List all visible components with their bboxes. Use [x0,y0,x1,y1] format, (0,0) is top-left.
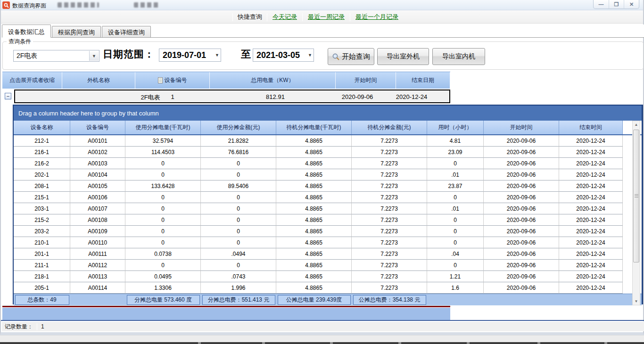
table-cell: .0743 [201,271,276,282]
quick-query-link[interactable]: 今天记录 [271,13,299,21]
footer-cell [484,294,559,306]
date-to-picker[interactable]: 2021-03-05 ▼ [253,49,314,62]
detail-column-header[interactable]: 结束时间 [559,121,623,134]
table-cell: 0 [427,192,484,203]
restore-button[interactable]: ❐ [609,0,624,8]
minimize-button[interactable]: — [594,0,609,8]
table-row[interactable]: 208-1A00105133.642889.54064.88657.227323… [14,180,642,192]
table-cell: .01 [427,203,484,214]
table-row[interactable]: 210-1A00110004.88657.227302020-09-062020… [14,237,642,248]
table-cell: 4.8865 [276,158,352,169]
table-cell: 2020-12-24 [559,226,623,237]
table-row[interactable]: 215-2A00108004.88657.227302020-09-062020… [14,214,642,226]
table-row[interactable]: 216-1A00102114.450376.68164.88657.227323… [14,147,642,158]
scroll-down-icon[interactable]: ▼ [633,298,640,305]
tab-设备数据汇总[interactable]: 设备数据汇总 [2,25,51,38]
table-cell: 203-2 [14,226,70,237]
table-row[interactable]: 218-1A001130.0495.07434.88657.22731.2120… [14,271,642,282]
chevron-down-icon[interactable]: ▼ [308,53,312,57]
detail-column-header[interactable]: 待机分摊电量(千瓦时) [276,121,352,134]
export-indoor-button[interactable]: 导出室内机 [432,48,485,65]
table-cell: 215-2 [14,214,70,226]
table-row[interactable]: 205-1A001141.33061.9964.88657.22731.6202… [14,282,642,294]
table-cell: 4.81 [427,135,484,147]
table-cell: 1.6 [427,282,484,294]
date-range-label: 日期范围： [103,48,155,61]
table-cell: 2020-12-24 [559,282,623,294]
tab-设备详细查询[interactable]: 设备详细查询 [102,26,151,38]
master-column-header[interactable]: 结束日期 [396,72,450,89]
detail-column-header[interactable]: 使用分摊电量(千瓦时) [125,121,201,134]
table-cell: 2020-12-24 [559,147,623,158]
table-cell: 201-1 [14,248,70,260]
master-column-header[interactable]: 点击展开或者收缩 [2,72,62,89]
table-cell: 89.5406 [201,180,276,192]
table-row[interactable]: 203-1A00107004.88657.2273.012020-09-0620… [14,203,642,214]
table-cell: 21.8282 [201,135,276,147]
group-by-drop-zone[interactable]: Drag a column header here to group by th… [14,106,642,121]
detail-column-header[interactable]: 开始时间 [484,121,559,134]
tab-根据房间查询[interactable]: 根据房间查询 [52,26,101,38]
table-row[interactable]: 211-1A00112004.88657.227302020-09-062020… [14,260,642,271]
table-cell: 211-1 [14,260,70,271]
table-cell: 2020-09-06 [484,158,559,169]
table-cell: 1.996 [201,282,276,294]
table-row[interactable]: 216-2A00103004.88657.227302020-09-062020… [14,158,642,169]
quick-query-link[interactable]: 最近一周记录 [306,13,347,21]
export-outdoor-button[interactable]: 导出室外机 [377,48,429,65]
start-query-button[interactable]: 开始查询 [328,48,374,65]
table-row[interactable]: 212-1A0010132.579421.82824.88657.22734.8… [14,135,642,147]
master-column-header[interactable]: 开始时间 [336,72,396,89]
scroll-up-icon[interactable]: ▲ [633,121,640,128]
table-cell: 216-2 [14,158,70,169]
master-column-label: 总用电量（KW） [251,76,294,84]
table-cell: 0 [125,158,201,169]
chevron-down-icon[interactable]: ▼ [215,53,219,57]
detail-column-header[interactable]: 待机分摊金额(元) [352,121,427,134]
master-row-end: 2020-12-24 [376,93,447,100]
detail-column-header[interactable]: 设备名称 [14,121,70,134]
groupbox-label: 查询条件 [7,38,33,46]
table-cell: 218-1 [14,271,70,282]
table-cell: 2020-12-24 [559,135,623,147]
table-cell: .0494 [201,248,276,260]
chevron-down-icon[interactable]: ▼ [89,51,99,61]
footer-cell: 分摊总电量 573.460 度 [125,294,201,306]
master-column-header[interactable]: 外机名称 [62,72,135,89]
date-from-picker[interactable]: 2019-07-01 ▼ [159,49,221,62]
titlebar-artifact [58,2,99,8]
table-row[interactable]: 202-1A00104004.88657.2273.012020-09-0620… [14,169,642,180]
detail-column-header[interactable]: 用时（小时） [427,121,484,134]
detail-column-header[interactable]: 使用分摊金额(元) [201,121,276,134]
table-cell: 133.6428 [125,180,201,192]
vertical-scrollbar[interactable]: ▲ ▼ [632,121,640,305]
table-cell: 76.6816 [201,147,276,158]
table-cell: 0 [201,226,276,237]
table-cell: A00112 [70,260,125,271]
table-cell: 4.8865 [276,135,352,147]
collapse-row-button[interactable]: − [5,93,11,99]
master-column-header[interactable]: 设备编号 [135,72,210,89]
table-cell: 4.8865 [276,203,352,214]
footer-summary-box: 公摊总电费：354.138 元 [353,295,426,305]
footer-summary-box: 总条数：49 [15,295,69,305]
table-cell: 1.21 [427,271,484,282]
master-row[interactable]: 2F电表 1 812.91 2020-09-06 2020-12-24 [14,90,450,103]
date-to-value: 2021-03-05 [256,50,300,60]
detail-grid-header: 设备名称设备编号使用分摊电量(千瓦时)使用分摊金额(元)待机分摊电量(千瓦时)待… [14,121,642,135]
table-row[interactable]: 215-1A00106004.88657.227302020-09-062020… [14,192,642,203]
table-row[interactable]: 201-1A001110.0738.04944.88657.2273.04202… [14,248,642,260]
taskbar-sliver [0,342,644,344]
table-cell: 23.09 [427,147,484,158]
master-column-header[interactable]: 总用电量（KW） [210,72,336,89]
detail-column-header[interactable]: 设备编号 [70,121,125,134]
table-row[interactable]: 203-2A00109004.88657.227302020-09-062020… [14,226,642,237]
grip-icon [635,194,638,197]
table-cell: 2020-12-24 [559,271,623,282]
quick-query-link[interactable]: 最近一个月记录 [354,13,400,21]
scrollbar-thumb[interactable] [633,130,639,262]
device-select[interactable]: 2F电表 ▼ [13,50,99,62]
query-conditions-groupbox: 查询条件 2F电表 ▼ 日期范围： 2019-07-01 ▼ 至 2021-03… [2,41,644,70]
close-button[interactable]: ✕ [624,0,639,8]
table-cell: 0 [201,169,276,180]
